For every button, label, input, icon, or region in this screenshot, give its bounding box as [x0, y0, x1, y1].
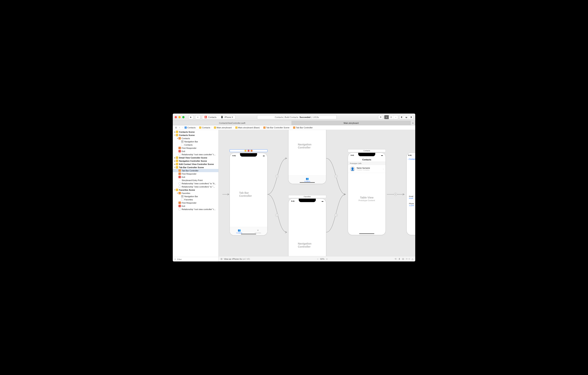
- embed-icon[interactable]: ⬇: [398, 258, 400, 260]
- editor-tabbar: ContactsViewController.swift Main.storyb…: [173, 121, 415, 125]
- outline-row[interactable]: Exit: [173, 204, 218, 208]
- toggle-outline-icon[interactable]: ▥: [220, 258, 222, 260]
- scheme-selector[interactable]: 🅰️ Contacts 〉 📱 iPhone X: [202, 115, 235, 119]
- disclosure-icon[interactable]: ▶: [174, 131, 176, 133]
- outline-row[interactable]: First Responder: [173, 146, 218, 150]
- align-icon[interactable]: ⊟: [402, 258, 404, 260]
- scene-icon: [263, 126, 266, 129]
- pin-icon[interactable]: ⊢⊣: [406, 258, 410, 260]
- zoom-level[interactable]: 60%: [320, 258, 324, 260]
- tab-mainstoryboard[interactable]: Main.storyboard: [292, 121, 411, 125]
- outline-tree[interactable]: ▶Contacts Scene▼Contacts Scene▼ContactsN…: [173, 130, 218, 211]
- folder-icon: [199, 126, 201, 129]
- outline-row[interactable]: Exit: [173, 175, 218, 179]
- scene-title-bar[interactable]: [230, 149, 267, 152]
- outline-row[interactable]: ★Contacts: [173, 143, 218, 146]
- related-items-icon[interactable]: ⊞: [174, 126, 178, 129]
- crumb-controller[interactable]: Tab Bar Controller: [293, 126, 313, 129]
- add-tab-button[interactable]: +: [411, 121, 415, 125]
- outline-row[interactable]: Relationship "view controllers" to "...: [173, 185, 218, 188]
- scene-nav-controller-top[interactable]: Navigation Controller 👥Contacts: [288, 130, 326, 184]
- assistant-editor-button[interactable]: ◎: [389, 115, 393, 119]
- segue-node[interactable]: ⦸: [275, 214, 278, 217]
- outline-label: Favorites Scene: [179, 189, 195, 191]
- canvas-wrap: ⦸ ⦸ ⦸ ⦸ ⧉ 9:41 ▬ Tab: [219, 130, 415, 261]
- view-as-label[interactable]: View as: iPhone Xs (wC hR): [224, 258, 250, 260]
- outline-row[interactable]: ▶Detail View Controller Scene: [173, 156, 218, 159]
- crumb-scene[interactable]: Tab Bar Controller Scene: [263, 126, 289, 129]
- storyboard-icon: [235, 126, 238, 129]
- outline-row[interactable]: ▼Favorites: [173, 191, 218, 195]
- disclosure-icon[interactable]: ▶: [174, 160, 176, 162]
- minimize-window-button[interactable]: [178, 116, 181, 118]
- disclosure-icon[interactable]: ▶: [174, 157, 176, 159]
- toggle-navigator-button[interactable]: ◧: [399, 115, 404, 119]
- disclosure-icon[interactable]: ▼: [174, 166, 176, 168]
- tab-contactsviewcontroller[interactable]: ContactsViewController.swift: [173, 121, 292, 125]
- update-frames-icon[interactable]: ⟲: [395, 258, 397, 260]
- crumb-project[interactable]: Contacts: [185, 126, 196, 129]
- document-outline: ▶Contacts Scene▼Contacts Scene▼ContactsN…: [173, 130, 219, 261]
- interface-builder-canvas[interactable]: ⦸ ⦸ ⦸ ⦸ ⧉ 9:41 ▬ Tab: [219, 130, 415, 256]
- outline-row[interactable]: First Responder: [173, 201, 218, 204]
- standard-editor-button[interactable]: ≡: [384, 115, 389, 119]
- run-button[interactable]: [188, 115, 194, 119]
- scene-contacts-table[interactable]: 9:41 ▬ Contacts Prototype Cells 👤 Name S…: [348, 153, 386, 235]
- disclosure-icon[interactable]: ▼: [177, 137, 178, 139]
- outline-row[interactable]: ★Favorites: [173, 198, 218, 201]
- outline-row[interactable]: ▶Navigation Controller Scene: [173, 159, 218, 163]
- nav-forward-button[interactable]: ›: [181, 126, 184, 129]
- version-editor-button[interactable]: ↔: [393, 115, 398, 119]
- outline-row[interactable]: ▼Favorites Scene: [173, 188, 218, 191]
- disclosure-icon[interactable]: ▼: [177, 192, 178, 194]
- segue-node[interactable]: ⦸: [275, 175, 278, 178]
- outline-row[interactable]: First Responder: [173, 172, 218, 175]
- zoom-out-button[interactable]: −: [317, 258, 318, 260]
- outline-row[interactable]: Navigation Bar: [173, 140, 218, 143]
- prototype-cell[interactable]: 👤 Name Surname Position, Company ›: [348, 165, 386, 173]
- outline-row[interactable]: ▼Contacts: [173, 137, 218, 140]
- scene-tabbar-controller[interactable]: 9:41 ▬ Tab Bar Controller 👥Contacts ♥Fav…: [230, 153, 267, 235]
- resolve-icon[interactable]: △: [412, 258, 413, 260]
- crumb-storyboard[interactable]: Main.storyboard: [214, 126, 232, 129]
- outline-row[interactable]: ▶Contacts Scene: [173, 130, 218, 133]
- outline-row[interactable]: Relationship "root view controller" t...: [173, 208, 218, 211]
- outline-label: Exit: [182, 205, 185, 207]
- segue-node[interactable]: ⦸: [335, 175, 337, 178]
- outline-row[interactable]: Navigation Bar: [173, 195, 218, 198]
- outline-row[interactable]: Tab Bar Controller: [173, 169, 218, 172]
- outline-row[interactable]: ▼Tab Bar Controller Scene: [173, 166, 218, 169]
- outline-row[interactable]: ▼Contacts Scene: [173, 133, 218, 137]
- disclosure-icon[interactable]: ▼: [174, 189, 176, 191]
- nav-back-button[interactable]: ‹: [178, 126, 181, 129]
- titlebar: 🅰️ Contacts 〉 📱 iPhone X Contacts | Buil…: [173, 114, 415, 121]
- outline-label: Storyboard Entry Point: [182, 179, 203, 181]
- activity-prefix: Contacts | Build Contacts:: [275, 116, 299, 118]
- activity-viewer[interactable]: Contacts | Build Contacts: Succeeded | 1…: [257, 115, 337, 119]
- scene-nav-controller-bottom[interactable]: 9:41 ▬ Navigation Controller: [288, 199, 326, 256]
- library-button[interactable]: ⊕: [378, 115, 383, 119]
- toggle-debug-button[interactable]: ⬓: [404, 115, 409, 119]
- disclosure-icon[interactable]: ▼: [174, 134, 176, 136]
- toggle-inspector-button[interactable]: ◨: [409, 115, 413, 119]
- crumb-storyboard-base[interactable]: Main.storyboard (Base): [235, 126, 260, 129]
- scene-label-favorites[interactable]: Favorites: [288, 195, 326, 198]
- disclosure-icon[interactable]: ▶: [174, 163, 176, 165]
- segue-node[interactable]: ⦸: [335, 214, 337, 217]
- outline-filter-input[interactable]: [177, 258, 217, 261]
- outline-row[interactable]: Exit: [173, 150, 218, 153]
- scene-detail[interactable]: 9:41 ‹ Contacts Email email Phone 1-(234: [407, 153, 415, 235]
- stop-button[interactable]: [195, 115, 200, 119]
- back-button[interactable]: ‹ Contacts: [407, 158, 415, 161]
- close-window-button[interactable]: [175, 116, 177, 118]
- outline-row[interactable]: →Storyboard Entry Point: [173, 179, 218, 182]
- outline-row[interactable]: Relationship "root view controller" t...: [173, 153, 218, 156]
- zoom-in-button[interactable]: +: [326, 258, 327, 260]
- zoom-window-button[interactable]: [182, 116, 185, 118]
- crumb-folder[interactable]: Contacts: [199, 126, 210, 129]
- segue-node[interactable]: ⧉: [394, 193, 397, 196]
- outline-row[interactable]: ▶Edit Contact View Controller Scene: [173, 163, 218, 166]
- home-indicator: [241, 234, 256, 234]
- outline-row[interactable]: Relationship "view controllers" to "It..…: [173, 182, 218, 185]
- scene-label-contacts[interactable]: Contacts: [348, 149, 386, 152]
